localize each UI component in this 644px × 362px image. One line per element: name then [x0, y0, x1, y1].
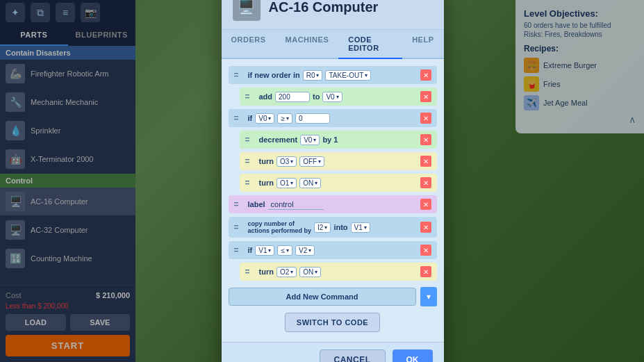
tab-code-editor[interactable]: CODE EDITOR	[338, 30, 402, 59]
dropdown-v1[interactable]: V1	[351, 222, 370, 233]
modal-header: 🖥️ AC-16 Computer	[222, 0, 444, 30]
add-command-button[interactable]: Add New Command	[229, 288, 416, 306]
delete-row-8[interactable]: ✕	[420, 245, 431, 256]
add-command-row: Add New Command ▾	[229, 287, 437, 306]
code-editor-modal: 🖥️ AC-16 Computer ORDERS MACHINES CODE E…	[222, 0, 444, 362]
code-row-6: = label ✕	[229, 195, 437, 213]
add-command-dropdown[interactable]: ▾	[420, 287, 437, 306]
code-row-1: = add to V0 ✕	[240, 88, 437, 106]
code-row-5: = turn O1 ON ✕	[240, 174, 437, 192]
code-row-8: = if V1 ≤ V2 ✕	[229, 241, 437, 259]
code-row-7: = copy number ofactions performed by I2 …	[229, 217, 437, 238]
dropdown-o3[interactable]: O3	[276, 156, 297, 167]
tab-help[interactable]: HELP	[402, 30, 443, 58]
delete-row-3[interactable]: ✕	[420, 134, 431, 145]
dropdown-off[interactable]: OFF	[299, 156, 324, 167]
dropdown-i2[interactable]: I2	[314, 222, 331, 233]
switch-to-code-button[interactable]: SWITCH TO CODE	[285, 313, 380, 332]
delete-row-7[interactable]: ✕	[420, 222, 431, 233]
code-row-2: = if V0 ≥ ✕	[229, 109, 437, 127]
tab-machines[interactable]: MACHINES	[276, 30, 339, 58]
dropdown-r0[interactable]: R0	[303, 70, 323, 81]
delete-row-5[interactable]: ✕	[420, 177, 431, 188]
modal-tabs: ORDERS MACHINES CODE EDITOR HELP	[222, 30, 444, 59]
ok-button[interactable]: OK	[393, 349, 433, 362]
dropdown-v2[interactable]: V2	[295, 245, 315, 256]
cancel-button[interactable]: CANCEL	[320, 349, 386, 362]
dropdown-o2[interactable]: O2	[276, 267, 297, 277]
dropdown-v0[interactable]: V0	[322, 92, 342, 102]
delete-row-4[interactable]: ✕	[420, 156, 431, 167]
code-row-3: = decrement V0 by 1 ✕	[240, 131, 437, 149]
dropdown-lte[interactable]: ≤	[277, 245, 292, 256]
code-row-4: = turn O3 OFF ✕	[240, 152, 437, 170]
code-row-0: = if new order in R0 TAKE-OUT ✕	[229, 66, 437, 84]
code-row-9: = turn O2 ON ✕	[240, 263, 437, 281]
input-label[interactable]	[268, 199, 324, 210]
dropdown-takeout[interactable]: TAKE-OUT	[325, 70, 371, 81]
modal-overlay: 🖥️ AC-16 Computer ORDERS MACHINES CODE E…	[0, 0, 644, 362]
delete-row-6[interactable]: ✕	[420, 199, 431, 210]
dropdown-o1[interactable]: O1	[276, 178, 297, 188]
dropdown-on[interactable]: ON	[299, 178, 321, 188]
dropdown-on-2[interactable]: ON	[299, 267, 321, 277]
modal-title: AC-16 Computer	[269, 0, 379, 15]
delete-row-2[interactable]: ✕	[420, 113, 431, 124]
input-200[interactable]	[275, 92, 310, 102]
delete-row-0[interactable]: ✕	[420, 69, 431, 81]
modal-footer: CANCEL OK	[222, 342, 444, 362]
dropdown-v0-2[interactable]: V0	[255, 113, 274, 124]
delete-row-1[interactable]: ✕	[420, 91, 431, 102]
code-editor-body: = if new order in R0 TAKE-OUT ✕ = add to…	[222, 59, 444, 342]
tab-orders[interactable]: ORDERS	[222, 30, 276, 58]
dropdown-v1-2[interactable]: V1	[255, 245, 274, 256]
dropdown-gte[interactable]: ≥	[277, 113, 292, 124]
input-0[interactable]	[295, 113, 330, 124]
delete-row-9[interactable]: ✕	[420, 266, 431, 277]
dropdown-v0-3[interactable]: V0	[300, 135, 320, 145]
modal-title-icon: 🖥️	[233, 0, 261, 21]
